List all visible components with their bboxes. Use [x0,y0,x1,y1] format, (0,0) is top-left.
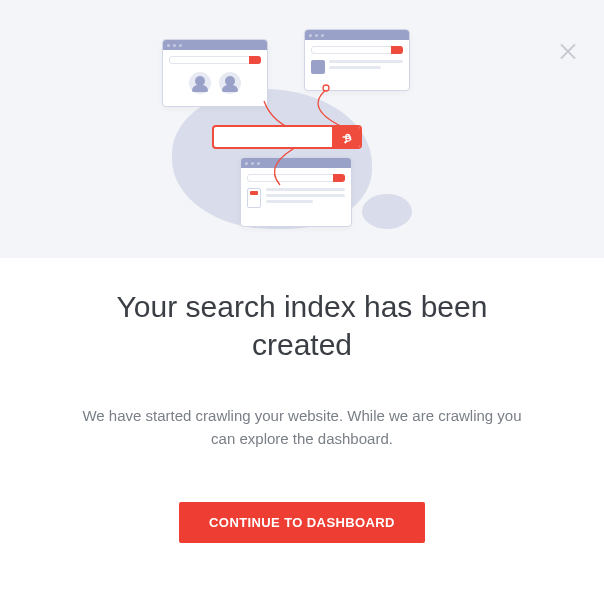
hero-section [0,0,604,258]
close-icon[interactable] [556,38,580,62]
window-list [240,157,352,227]
modal-description: We have started crawling your website. W… [64,405,540,450]
continue-button[interactable]: CONTINUE TO DASHBOARD [179,502,425,543]
search-bar-illustration [212,125,362,149]
search-icon [332,127,360,147]
window-doc [304,29,410,91]
modal-title: Your search index has been created [64,288,540,363]
avatar-icon [219,72,241,94]
window-users [162,39,268,107]
avatar-icon [189,72,211,94]
illustration [152,29,452,249]
modal-body: Your search index has been created We ha… [0,258,604,543]
